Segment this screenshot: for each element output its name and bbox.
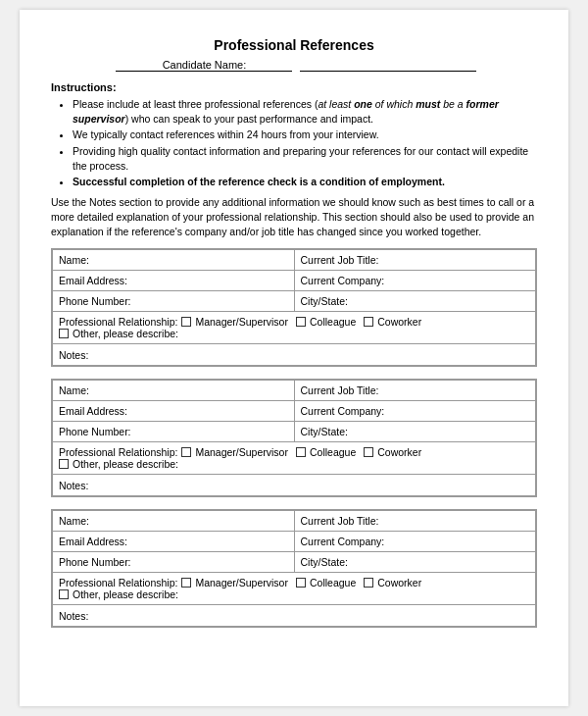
- relationship-cell-3: Professional Relationship: Manager/Super…: [53, 573, 536, 605]
- coworker-checkbox-1[interactable]: Coworker: [364, 316, 421, 328]
- relationship-row-1: Professional Relationship: Manager/Super…: [53, 312, 536, 344]
- other-box-1[interactable]: [59, 329, 69, 338]
- coworker-checkbox-3[interactable]: Coworker: [364, 577, 421, 588]
- phone-field-1[interactable]: Phone Number:: [53, 291, 295, 312]
- instruction-3: Providing high quality contact informati…: [73, 144, 537, 173]
- other-checkbox-1[interactable]: Other, please describe:: [59, 328, 178, 339]
- coworker-box-3[interactable]: [364, 578, 373, 588]
- instructions-paragraph: Use the Notes section to provide any add…: [51, 195, 537, 238]
- reference-block-1: Name: Current Job Title: Email Address: …: [51, 248, 537, 367]
- page: Professional References Candidate Name: …: [20, 10, 568, 706]
- phone-city-row-3: Phone Number: City/State:: [53, 552, 536, 573]
- phone-city-row-1: Phone Number: City/State:: [53, 291, 536, 312]
- instruction-1: Please include at least three profession…: [73, 97, 537, 126]
- other-checkbox-2[interactable]: Other, please describe:: [59, 458, 178, 470]
- company-field-2[interactable]: Current Company:: [294, 401, 536, 422]
- other-checkbox-3[interactable]: Other, please describe:: [59, 588, 178, 600]
- job-title-field-1[interactable]: Current Job Title:: [294, 250, 536, 271]
- name-field-1[interactable]: Name:: [53, 250, 295, 271]
- colleague-box-1[interactable]: [296, 317, 306, 327]
- reference-block-2: Name: Current Job Title: Email Address: …: [51, 379, 537, 497]
- notes-row-3: Notes:: [53, 605, 536, 627]
- coworker-checkbox-2[interactable]: Coworker: [364, 446, 421, 458]
- manager-checkbox-3[interactable]: Manager/Supervisor: [181, 577, 288, 588]
- manager-box-2[interactable]: [181, 447, 191, 457]
- colleague-checkbox-3[interactable]: Colleague: [296, 577, 356, 588]
- instruction-2: We typically contact references within 2…: [73, 128, 537, 142]
- reference-block-3: Name: Current Job Title: Email Address: …: [51, 509, 537, 628]
- instruction-4: Successful completion of the reference c…: [73, 175, 537, 189]
- instructions-section: Instructions: Please include at least th…: [51, 81, 537, 238]
- candidate-line: Candidate Name:: [51, 59, 537, 72]
- job-title-field-3[interactable]: Current Job Title:: [294, 511, 536, 532]
- notes-row-2: Notes:: [53, 475, 536, 496]
- job-title-field-2[interactable]: Current Job Title:: [294, 381, 536, 401]
- colleague-box-2[interactable]: [296, 447, 306, 457]
- email-company-row-2: Email Address: Current Company:: [53, 401, 536, 422]
- coworker-box-1[interactable]: [364, 317, 373, 327]
- coworker-box-2[interactable]: [364, 447, 373, 457]
- manager-checkbox-1[interactable]: Manager/Supervisor: [181, 316, 288, 328]
- company-field-3[interactable]: Current Company:: [294, 532, 536, 552]
- colleague-checkbox-2[interactable]: Colleague: [296, 446, 356, 458]
- colleague-checkbox-1[interactable]: Colleague: [296, 316, 356, 328]
- email-company-row-1: Email Address: Current Company:: [53, 271, 536, 291]
- notes-field-3[interactable]: Notes:: [53, 605, 536, 627]
- name-field-3[interactable]: Name:: [53, 511, 295, 532]
- name-field-2[interactable]: Name:: [53, 381, 295, 401]
- notes-field-1[interactable]: Notes:: [53, 344, 536, 366]
- relationship-row-2: Professional Relationship: Manager/Super…: [53, 442, 536, 475]
- notes-field-2[interactable]: Notes:: [53, 475, 536, 496]
- candidate-underline: [300, 71, 476, 72]
- manager-box-3[interactable]: [181, 578, 191, 588]
- name-jobtitle-row-3: Name: Current Job Title:: [53, 511, 536, 532]
- city-field-1[interactable]: City/State:: [294, 291, 536, 312]
- email-field-1[interactable]: Email Address:: [53, 271, 295, 291]
- name-jobtitle-row-2: Name: Current Job Title:: [53, 381, 536, 401]
- notes-row-1: Notes:: [53, 344, 536, 366]
- city-field-3[interactable]: City/State:: [294, 552, 536, 573]
- relationship-cell-2: Professional Relationship: Manager/Super…: [53, 442, 536, 475]
- relationship-cell-1: Professional Relationship: Manager/Super…: [53, 312, 536, 344]
- company-field-1[interactable]: Current Company:: [294, 271, 536, 291]
- city-field-2[interactable]: City/State:: [294, 422, 536, 442]
- phone-field-2[interactable]: Phone Number:: [53, 422, 295, 442]
- name-jobtitle-row-1: Name: Current Job Title:: [53, 250, 536, 271]
- instructions-list: Please include at least three profession…: [73, 97, 537, 189]
- manager-box-1[interactable]: [181, 317, 191, 327]
- instructions-heading: Instructions:: [51, 81, 537, 93]
- page-title: Professional References: [51, 37, 537, 53]
- colleague-box-3[interactable]: [296, 578, 306, 588]
- other-box-2[interactable]: [59, 459, 69, 469]
- candidate-label: Candidate Name:: [116, 59, 292, 72]
- relationship-row-3: Professional Relationship: Manager/Super…: [53, 573, 536, 605]
- phone-city-row-2: Phone Number: City/State:: [53, 422, 536, 442]
- email-company-row-3: Email Address: Current Company:: [53, 532, 536, 552]
- email-field-2[interactable]: Email Address:: [53, 401, 295, 422]
- email-field-3[interactable]: Email Address:: [53, 532, 295, 552]
- manager-checkbox-2[interactable]: Manager/Supervisor: [181, 446, 288, 458]
- phone-field-3[interactable]: Phone Number:: [53, 552, 295, 573]
- other-box-3[interactable]: [59, 589, 69, 599]
